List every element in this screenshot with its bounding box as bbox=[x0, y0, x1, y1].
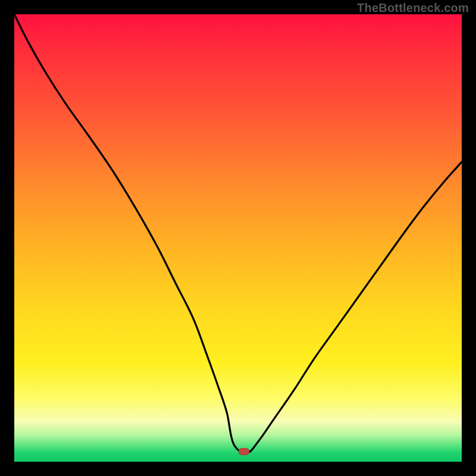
plot-area bbox=[14, 14, 462, 462]
curve-svg bbox=[14, 14, 462, 462]
bottleneck-curve bbox=[14, 14, 462, 453]
chart-frame: TheBottleneck.com bbox=[0, 0, 476, 476]
watermark-text: TheBottleneck.com bbox=[357, 1, 469, 15]
minimum-marker bbox=[239, 448, 249, 455]
